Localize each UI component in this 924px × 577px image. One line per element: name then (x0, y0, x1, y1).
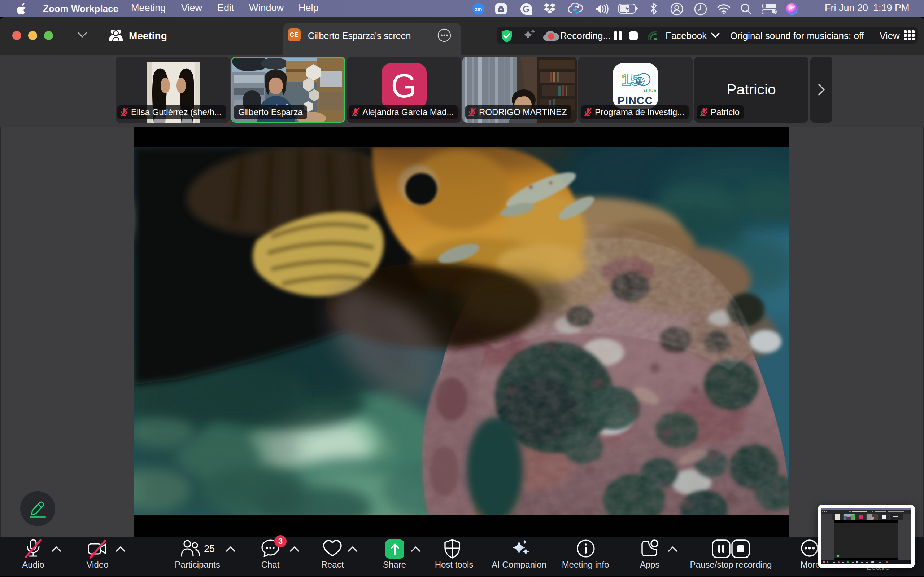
svg-text:años: años (644, 87, 657, 93)
svg-text:G: G (391, 68, 417, 104)
svg-text:zm: zm (475, 6, 482, 12)
svg-text:PINCC: PINCC (617, 95, 653, 106)
